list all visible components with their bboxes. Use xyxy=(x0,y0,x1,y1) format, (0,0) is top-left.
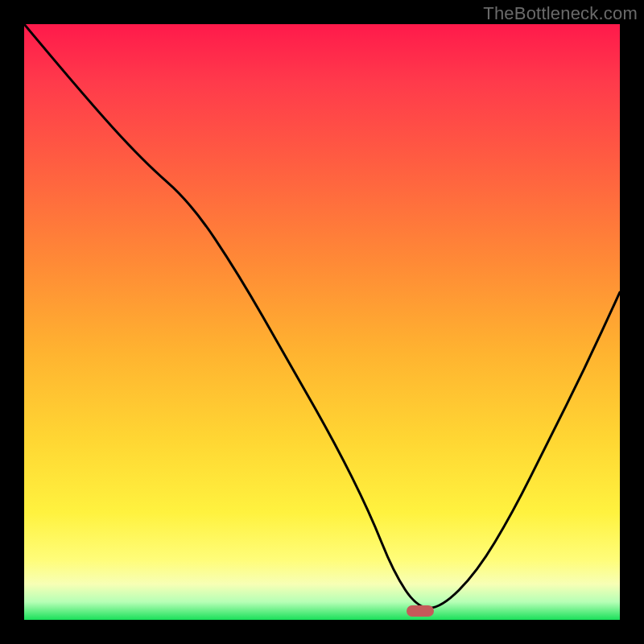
optimal-marker xyxy=(407,605,434,617)
curve-svg xyxy=(24,24,620,620)
chart-frame: TheBottleneck.com xyxy=(0,0,644,644)
bottleneck-curve xyxy=(24,24,620,608)
watermark-text: TheBottleneck.com xyxy=(483,3,638,24)
plot-area xyxy=(24,24,620,620)
